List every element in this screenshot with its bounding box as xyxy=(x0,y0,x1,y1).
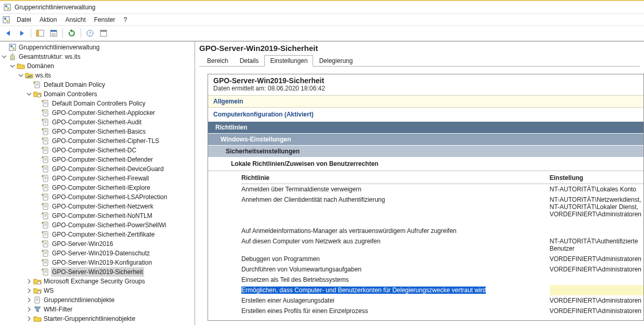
tree-ou[interactable]: Domain Controllers xyxy=(0,89,195,99)
ou-icon xyxy=(33,277,42,285)
tree-gpo-link[interactable]: GPO-Server-Win2019-Konfiguration xyxy=(0,258,195,267)
menu-aktion[interactable]: Aktion xyxy=(35,15,61,24)
table-row[interactable]: Durchführen von VolumewartungsaufgabenVO… xyxy=(241,264,643,275)
report-h4[interactable]: Lokale Richtlinien/Zuweisen von Benutzer… xyxy=(208,157,643,171)
table-row[interactable]: Auf Anmeldeinformations-Manager als vert… xyxy=(241,226,643,236)
back-button[interactable] xyxy=(2,27,15,40)
gpo-link-icon xyxy=(42,230,50,239)
expand-icon[interactable] xyxy=(25,287,33,295)
svg-point-101 xyxy=(37,281,41,284)
table-row[interactable]: Erstellen eines Profils für einen Einzel… xyxy=(241,306,643,316)
menu-ansicht[interactable]: Ansicht xyxy=(61,15,89,24)
tree-domain[interactable]: ws.its xyxy=(0,71,195,80)
folder-icon xyxy=(17,62,25,70)
report-h2[interactable]: Windows-Einstellungen xyxy=(208,133,643,145)
tree-item[interactable]: WS xyxy=(0,286,195,295)
tree-item[interactable]: Gruppenrichtlinienobjekte xyxy=(0,295,195,305)
tree-gpo-link[interactable]: GPO-Computer-Sicherheit-DC xyxy=(0,146,195,155)
refresh-button[interactable] xyxy=(66,27,78,40)
tree-gpo-link[interactable]: Default Domain Controllers Policy xyxy=(0,99,195,108)
table-row[interactable]: Einsetzen als Teil des Betriebssystems xyxy=(241,275,643,285)
expand-icon[interactable] xyxy=(25,277,33,285)
tree-pane[interactable]: GruppenrichtlinienverwaltungGesamtstrukt… xyxy=(0,42,195,325)
tree-gpo-link[interactable]: GPO-Computer-Sicherheit-PowerShellWi xyxy=(0,220,195,230)
tab-details[interactable]: Details xyxy=(234,55,265,67)
tab-delegierung[interactable]: Delegierung xyxy=(313,55,358,67)
tree-root[interactable]: Gruppenrichtlinienverwaltung xyxy=(0,43,195,52)
table-row[interactable]: Anmelden über Terminaldienste verweigern… xyxy=(241,184,643,195)
tree-gpo-link[interactable]: GPO-Computer-Sicherheit-Firewall xyxy=(0,174,195,183)
tree-gpo-link[interactable]: GPO-Computer-Sicherheit-NoNTLM xyxy=(0,211,195,220)
tree-gpo-link[interactable]: GPO-Computer-Sicherheit-LSAProtection xyxy=(0,192,195,202)
ou-icon xyxy=(33,287,42,295)
menu-help[interactable]: ? xyxy=(119,15,131,24)
expand-icon[interactable] xyxy=(25,305,33,314)
expand-icon[interactable] xyxy=(0,53,8,61)
expand-spacer xyxy=(33,165,42,173)
tree-gpo-link[interactable]: GPO-Computer-Sicherheit-IExplore xyxy=(0,183,195,192)
expand-icon[interactable] xyxy=(25,296,33,304)
report-h1[interactable]: Richtlinien xyxy=(208,121,643,133)
menubar: Datei Aktion Ansicht Fenster ? xyxy=(0,14,644,26)
tree-label: Microsoft Exchange Security Groups xyxy=(43,277,146,286)
extra-button[interactable] xyxy=(97,27,110,40)
expand-spacer xyxy=(33,249,42,257)
expand-spacer xyxy=(33,155,42,164)
tree-gpo-link[interactable]: GPO-Computer-Sicherheit-Netzwerk xyxy=(0,202,195,211)
tree-gpo-link[interactable]: GPO-Server-Win2016 xyxy=(0,239,195,249)
tree-item[interactable]: WMI-Filter xyxy=(0,305,195,314)
tree-label: WMI-Filter xyxy=(43,305,73,314)
tree-gpo-link[interactable]: GPO-Computer-Sicherheit-Basics xyxy=(0,127,195,136)
tree-gpo-link[interactable]: GPO-Computer-Sicherheit-DeviceGuard xyxy=(0,164,195,174)
help-button[interactable]: ? xyxy=(84,27,96,40)
gpo-header: GPO-Server-Win2019-Sicherheit Bereich De… xyxy=(195,42,644,67)
gpo-link-icon xyxy=(42,109,50,117)
setting-header: Einstellung xyxy=(550,171,644,184)
tree: GruppenrichtlinienverwaltungGesamtstrukt… xyxy=(0,43,195,323)
tree-item[interactable]: Microsoft Exchange Security Groups xyxy=(0,277,195,286)
report-h3[interactable]: Sicherheitseinstellungen xyxy=(208,145,643,157)
gpo-link-icon xyxy=(42,165,50,173)
svg-rect-53 xyxy=(43,166,48,172)
tree-gpo-link[interactable]: GPO-Server-Win2019-Sicherheit xyxy=(0,267,195,277)
tree-domains[interactable]: Domänen xyxy=(0,61,195,71)
expand-icon[interactable] xyxy=(17,71,25,80)
expand-icon[interactable] xyxy=(25,90,33,98)
table-row[interactable]: Debuggen von ProgrammenVORDEFINIERT\Admi… xyxy=(241,254,643,264)
tree-forest[interactable]: Gesamtstruktur: ws.its xyxy=(0,52,195,61)
expand-spacer xyxy=(25,81,33,89)
tree-gpo-link[interactable]: GPO-Computer-Sicherheit-Zertifikate xyxy=(0,230,195,239)
tree-gpo-link[interactable]: GPO-Server-Win2019-Datenschutz xyxy=(0,249,195,258)
table-row[interactable]: Ermöglichen, dass Computer- und Benutzer… xyxy=(241,285,643,295)
tab-bereich[interactable]: Bereich xyxy=(201,55,234,67)
system-menu-icon[interactable] xyxy=(2,16,10,24)
expand-icon[interactable] xyxy=(25,315,33,323)
policy-cell: Einsetzen als Teil des Betriebssystems xyxy=(241,275,550,285)
table-row[interactable]: Erstellen einer AuslagerungsdateiVORDEFI… xyxy=(241,295,643,306)
svg-rect-9 xyxy=(50,30,57,32)
expand-spacer xyxy=(33,221,42,229)
tree-item[interactable]: Starter-Gruppenrichtlinienobjekte xyxy=(0,314,195,323)
tree-gpo-link[interactable]: GPO-Computer-Sicherheit-Applocker xyxy=(0,108,195,118)
show-hide-tree-button[interactable] xyxy=(34,27,46,40)
table-row[interactable]: Annehmen der Clientidentität nach Authen… xyxy=(241,194,643,219)
report-compconf-link[interactable]: Computerkonfiguration (Aktiviert) xyxy=(208,108,643,121)
tree-gpo-link[interactable]: Default Domain Policy xyxy=(0,80,195,89)
gpo-link-icon xyxy=(33,81,42,89)
properties-button[interactable] xyxy=(47,27,60,40)
tree-gpo-link[interactable]: GPO-Computer-Sicherheit-Cipher-TLS xyxy=(0,136,195,146)
forward-button[interactable] xyxy=(16,27,28,40)
menu-datei[interactable]: Datei xyxy=(12,15,35,24)
tree-gpo-link[interactable]: GPO-Computer-Sicherheit-Defender xyxy=(0,155,195,164)
report-general-link[interactable]: Allgemein xyxy=(208,95,643,108)
tree-label: Default Domain Controllers Policy xyxy=(51,99,146,108)
gpo-container-icon xyxy=(33,296,42,304)
tree-label: Gruppenrichtlinienverwaltung xyxy=(18,43,100,52)
tab-einstellungen[interactable]: Einstellungen xyxy=(264,55,313,67)
tree-label: GPO-Computer-Sicherheit-NoNTLM xyxy=(51,211,153,220)
report-scroll[interactable]: GPO-Server-Win2019-Sicherheit Daten ermi… xyxy=(195,67,644,325)
expand-icon[interactable] xyxy=(8,62,17,70)
tree-gpo-link[interactable]: GPO-Computer-Sicherheit-Audit xyxy=(0,118,195,127)
table-row[interactable]: Auf diesen Computer vom Netzwerk aus zug… xyxy=(241,236,643,254)
menu-fenster[interactable]: Fenster xyxy=(90,15,120,24)
